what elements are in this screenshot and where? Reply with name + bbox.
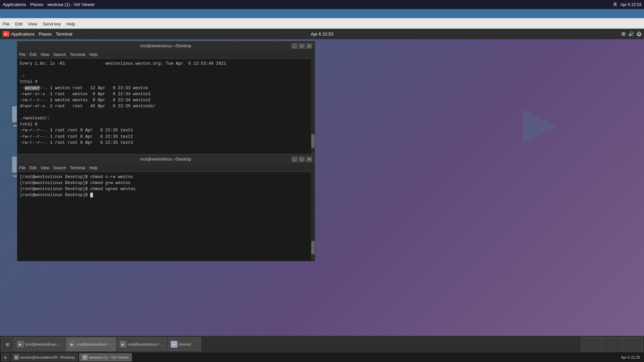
term2-menu-view[interactable]: View (41, 166, 49, 170)
taskbar-item3-label: root@westoslinux:~... (128, 342, 164, 346)
term1-line13: -rw-r--r--. 1 root root 0 Apr 6 22:35 te… (20, 134, 133, 139)
term1-line12: -rw-r--r--. 1 root root 0 Apr 6 22:35 te… (20, 128, 133, 133)
taskbar-item-3[interactable]: ▶ root@westoslinux:~... (117, 337, 167, 351)
terminal1-minimize[interactable]: _ (291, 43, 298, 49)
host-task-item-2[interactable]: V westosa (1) - Virt Viewer (79, 353, 132, 361)
term2-menu-help[interactable]: Help (89, 166, 98, 170)
host-task1-label: westos@foundation39:~/Desktop (20, 355, 75, 359)
terminal2-title: root@westoslinux:~/Desktop (40, 157, 291, 162)
term2-line2: [root@westoslinux Desktop]$ chmod g+w we… (20, 181, 130, 185)
term1-menu-file[interactable]: File (19, 52, 25, 57)
desktop-watermark (510, 89, 577, 157)
host-taskbar-desktop-btn[interactable]: ⊞ (1, 353, 9, 361)
taskbar-right-btn1[interactable] (581, 337, 601, 351)
taskbar-right-btn2[interactable] (602, 337, 622, 351)
terminal2-scrollbar-thumb[interactable] (311, 241, 315, 254)
term1-menu-edit[interactable]: Edit (30, 52, 37, 57)
term2-menu-search[interactable]: Search (53, 166, 66, 170)
term2-menu-terminal[interactable]: Terminal (70, 166, 85, 170)
topbar-places[interactable]: Places (30, 2, 43, 7)
term1-menu-terminal[interactable]: Terminal (70, 52, 85, 57)
network-icon[interactable]: ⊞ (622, 31, 626, 37)
taskbar-item1-label: [root@westoslinux:~... (25, 342, 62, 346)
gnome-places-btn[interactable]: Places (39, 32, 52, 37)
terminal-window-2: root@westoslinux:~/Desktop _ □ ✕ File Ed… (17, 154, 315, 261)
host-task-item-1[interactable]: ▶ westos@foundation39:~/Desktop (11, 353, 78, 361)
terminal1-close[interactable]: ✕ (306, 43, 312, 49)
menu-file[interactable]: File (3, 21, 10, 26)
taskbar-item4-label: [Home] (179, 342, 191, 346)
virt-viewer-menubar: File Edit View Send key Help (0, 20, 644, 28)
terminal2-content: [root@westoslinux Desktop]$ chmod u-rw w… (20, 174, 312, 198)
host-taskbar-datetime: Apr 6 22:35 (621, 355, 643, 359)
menu-view[interactable]: View (28, 21, 37, 26)
term2-menu-edit[interactable]: Edit (30, 166, 37, 170)
terminal2-controls: _ □ ✕ (291, 157, 312, 162)
taskbar-item-2[interactable]: ▶ root@westoslinux:~... (66, 337, 116, 351)
keyboard-indicator: 英 (613, 2, 617, 7)
gnome-panel: ▶ Applications Places Terminal Apr 6 22:… (0, 28, 644, 39)
applications-label: Applications (11, 32, 35, 37)
menu-send-key[interactable]: Send key (43, 21, 61, 26)
terminal1-content: Every 1.0s: ls -Rl westoslinux.westos.or… (20, 61, 312, 146)
terminal1-scrollbar-thumb[interactable] (311, 134, 315, 148)
taskbar-right-btn3[interactable] (623, 337, 643, 351)
term1-line7: -rw-r--r--. 1 westos westos 0 Apr 6 22:3… (20, 98, 151, 103)
taskbar-item1-icon: ▶ (17, 341, 24, 348)
svg-marker-0 (523, 110, 557, 143)
term1-line1: Every 1.0s: ls -Rl westoslinux.westos.or… (20, 61, 226, 66)
host-task2-label: westosa (1) - Virt Viewer (89, 355, 129, 359)
terminal2-close[interactable]: ✕ (306, 157, 312, 162)
cursor-block (90, 193, 93, 197)
volume-icon[interactable]: 🔊 (628, 31, 634, 37)
term1-line10: ./westosdir: (20, 116, 50, 121)
terminal-window-1: root@westoslinux:~/Desktop _ □ ✕ File Ed… (17, 41, 315, 155)
gnome-apps-icon: ▶ (3, 31, 9, 37)
term1-highlight: wxrwxr (25, 86, 40, 90)
topbar-datetime: Apr 6 22:53 (621, 2, 641, 7)
terminal1-maximize[interactable]: □ (299, 43, 305, 49)
terminal1-menubar: File Edit View Search Terminal Help (17, 51, 315, 59)
power-icon[interactable]: ⏻ (637, 31, 641, 37)
term1-line11: total 0 (20, 122, 38, 127)
terminal1-body: Every 1.0s: ls -Rl westoslinux.westos.or… (17, 59, 315, 155)
taskbar-item-1[interactable]: ▶ [root@westoslinux:~... (14, 337, 65, 351)
term1-line3: .: (20, 73, 25, 78)
term2-menu-file[interactable]: File (19, 166, 25, 170)
topbar-right: 英 Apr 6 22:53 (613, 2, 641, 7)
gnome-panel-center-datetime: Apr 6 22:53 (311, 32, 333, 37)
host-taskbar: ⊞ ▶ westos@foundation39:~/Desktop V west… (0, 353, 644, 362)
taskbar-item2-label: root@westoslinux:~... (77, 342, 113, 346)
terminal2-titlebar: root@westoslinux:~/Desktop _ □ ✕ (17, 155, 315, 164)
terminal1-titlebar: root@westoslinux:~/Desktop _ □ ✕ (17, 41, 315, 51)
term1-line6: -rwxr-xr-x. 1 root westos 0 Apr 6 22:34 … (20, 92, 151, 97)
terminal2-scrollbar[interactable] (311, 172, 315, 261)
taskbar-show-desktop[interactable]: ⊞ (1, 337, 13, 351)
host-task1-icon: ▶ (14, 355, 19, 360)
terminal2-maximize[interactable]: □ (299, 157, 305, 162)
topbar-applications[interactable]: Applications (3, 2, 26, 7)
term1-line14: -rw-r--r--. 1 root root 0 Apr 6 22:35 te… (20, 140, 133, 145)
system-topbar: Applications Places westosa (1) - Virt V… (0, 0, 644, 9)
term2-line3: [root@westoslinux Desktop]$ chmod ug+wx … (20, 187, 136, 191)
term1-menu-search[interactable]: Search (53, 52, 66, 57)
term1-line4: total 4 (20, 79, 38, 84)
term1-menu-view[interactable]: View (41, 52, 49, 57)
applications-menu-btn[interactable]: ▶ Applications (3, 31, 35, 37)
menu-edit[interactable]: Edit (15, 21, 22, 26)
terminal1-title: root@westoslinux:~/Desktop (40, 44, 291, 48)
term1-menu-help[interactable]: Help (89, 52, 98, 57)
term2-line1: [root@westoslinux Desktop]$ chmod u-rw w… (20, 175, 133, 179)
menu-help[interactable]: Help (66, 21, 75, 26)
term1-line8: drwxr-xr-x. 2 root root 45 Apr 6 22:35 w… (20, 104, 156, 109)
gnome-panel-right: ⊞ 🔊 ⏻ (622, 31, 641, 37)
host-task2-icon: V (82, 355, 88, 360)
terminal2-minimize[interactable]: _ (291, 157, 298, 162)
taskbar-item3-icon: ▶ (120, 341, 126, 348)
taskbar-item2-icon: ▶ (69, 341, 75, 348)
gnome-desktop: ▶ Applications Places Terminal Apr 6 22:… (0, 28, 644, 353)
taskbar-item-4[interactable]: 🏠 [Home] (168, 337, 201, 351)
topbar-left: Applications Places westosa (1) - Virt V… (3, 2, 95, 7)
gnome-terminal-btn[interactable]: Terminal (56, 32, 72, 37)
terminal1-scrollbar[interactable] (311, 59, 315, 155)
